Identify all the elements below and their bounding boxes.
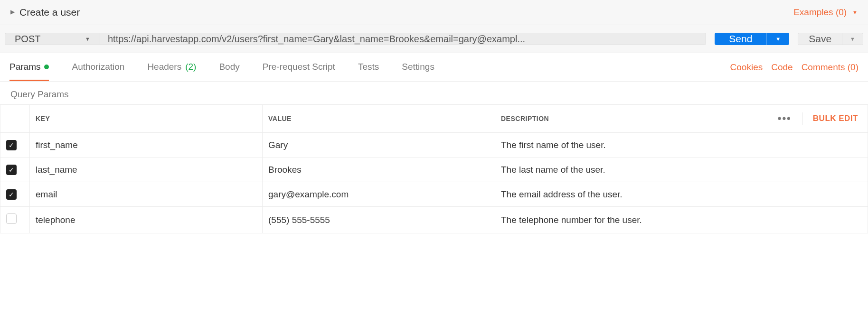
examples-label: Examples (0)	[793, 7, 847, 18]
send-button[interactable]: Send	[715, 33, 766, 45]
tab-params[interactable]: Params	[9, 53, 49, 81]
request-bar-wrap: POST ▼ https://api.harvestapp.com/v2/use…	[0, 25, 868, 53]
code-link[interactable]: Code	[771, 62, 793, 73]
collapse-icon[interactable]: ▶	[10, 9, 15, 15]
tab-authorization[interactable]: Authorization	[72, 53, 124, 81]
param-value-cell[interactable]: (555) 555-5555	[263, 207, 495, 233]
param-key-cell[interactable]: first_name	[30, 133, 263, 158]
save-button-group: Save ▼	[798, 33, 863, 45]
bulk-edit-link[interactable]: Bulk Edit	[813, 114, 862, 123]
table-row: ✓ last_name Brookes The last name of the…	[0, 158, 868, 182]
request-bar: POST ▼ https://api.harvestapp.com/v2/use…	[5, 33, 863, 45]
table-row: ✓ email gary@example.com The email addre…	[0, 182, 868, 207]
divider	[802, 112, 802, 125]
tab-pre-request-script[interactable]: Pre-request Script	[263, 53, 335, 81]
table-header-row: KEY VALUE DESCRIPTION ••• Bulk Edit	[0, 105, 868, 133]
tab-label: Pre-request Script	[263, 62, 335, 72]
request-header: ▶ Create a user Examples (0) ▼	[0, 0, 868, 25]
examples-dropdown[interactable]: Examples (0) ▼	[793, 7, 858, 18]
tab-label: Params	[9, 62, 40, 72]
method-select[interactable]: POST ▼	[5, 33, 100, 45]
param-key-cell[interactable]: email	[30, 182, 263, 207]
col-description-header: DESCRIPTION ••• Bulk Edit	[495, 105, 868, 133]
param-desc-cell[interactable]: The last name of the user.	[495, 158, 868, 182]
row-checkbox[interactable]: ✓	[6, 189, 17, 200]
send-dropdown-button[interactable]: ▼	[766, 33, 789, 45]
save-button[interactable]: Save	[798, 33, 842, 45]
param-key-cell[interactable]: telephone	[30, 207, 263, 233]
send-button-group: Send ▼	[715, 33, 789, 45]
col-checkbox-header	[0, 105, 30, 133]
table-row: telephone (555) 555-5555 The telephone n…	[0, 207, 868, 233]
method-value: POST	[15, 34, 40, 45]
tab-count: (2)	[185, 62, 196, 72]
col-key-header: KEY	[30, 105, 263, 133]
tab-label: Headers	[147, 62, 181, 72]
chevron-down-icon: ▼	[775, 36, 781, 42]
description-label: DESCRIPTION	[501, 115, 549, 122]
request-title: Create a user	[19, 7, 80, 18]
table-row: ✓ first_name Gary The first name of the …	[0, 133, 868, 158]
tab-body[interactable]: Body	[219, 53, 239, 81]
tabs-left: Params Authorization Headers (2) Body Pr…	[9, 53, 434, 81]
active-dot-icon	[44, 65, 49, 69]
param-value-cell[interactable]: Brookes	[263, 158, 495, 182]
more-icon[interactable]: •••	[778, 112, 792, 125]
tab-label: Settings	[402, 62, 434, 72]
chevron-down-icon: ▼	[852, 9, 858, 15]
tab-label: Body	[219, 62, 239, 72]
row-checkbox[interactable]: ✓	[6, 140, 17, 150]
param-desc-cell[interactable]: The first name of the user.	[495, 133, 868, 158]
row-checkbox[interactable]: ✓	[6, 165, 17, 175]
url-input[interactable]: https://api.harvestapp.com/v2/users?firs…	[100, 33, 706, 45]
tabs-right: Cookies Code Comments (0)	[730, 62, 859, 73]
param-desc-cell[interactable]: The email address of the user.	[495, 182, 868, 207]
tab-tests[interactable]: Tests	[358, 53, 379, 81]
col-value-header: VALUE	[263, 105, 495, 133]
save-dropdown-button[interactable]: ▼	[842, 33, 863, 45]
query-params-heading: Query Params	[0, 82, 868, 104]
chevron-down-icon: ▼	[85, 36, 90, 42]
param-value-cell[interactable]: Gary	[263, 133, 495, 158]
tab-label: Authorization	[72, 62, 124, 72]
chevron-down-icon: ▼	[850, 36, 855, 42]
params-table: KEY VALUE DESCRIPTION ••• Bulk Edit ✓ fi…	[0, 104, 868, 233]
method-url-group: POST ▼ https://api.harvestapp.com/v2/use…	[5, 33, 706, 45]
tab-headers[interactable]: Headers (2)	[147, 53, 196, 81]
tab-label: Tests	[358, 62, 379, 72]
tab-settings[interactable]: Settings	[402, 53, 434, 81]
param-value-cell[interactable]: gary@example.com	[263, 182, 495, 207]
tabs-row: Params Authorization Headers (2) Body Pr…	[0, 53, 868, 82]
row-checkbox[interactable]	[6, 213, 17, 224]
cookies-link[interactable]: Cookies	[730, 62, 763, 73]
comments-link[interactable]: Comments (0)	[802, 62, 859, 73]
header-left: ▶ Create a user	[10, 7, 80, 18]
param-desc-cell[interactable]: The telephone number for the user.	[495, 207, 868, 233]
param-key-cell[interactable]: last_name	[30, 158, 263, 182]
